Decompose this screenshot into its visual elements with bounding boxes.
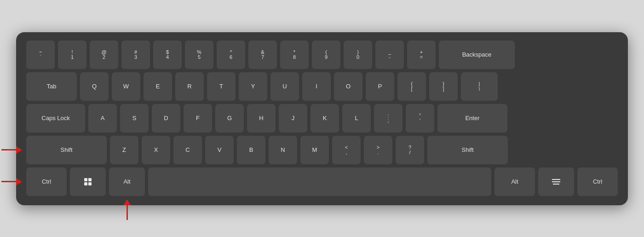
key-right-alt[interactable]: Alt <box>494 168 535 196</box>
key-s[interactable]: S <box>120 104 149 133</box>
key-v[interactable]: V <box>205 136 234 164</box>
key-x[interactable]: X <box>142 136 170 164</box>
ctrl-row: Ctrl Alt Alt Ctrl <box>26 168 618 196</box>
key-backtick[interactable]: ~` <box>26 40 55 69</box>
key-win[interactable] <box>70 168 106 196</box>
key-left-ctrl[interactable]: Ctrl <box>26 168 67 196</box>
key-k[interactable]: K <box>310 104 339 133</box>
key-left-shift[interactable]: Shift <box>26 136 107 164</box>
keyboard: ~` !1 @2 #3 $4 %5 ^6 &7 *8 (9 )0 _- += B… <box>16 32 628 205</box>
key-7[interactable]: &7 <box>248 40 277 69</box>
windows-icon <box>84 178 92 185</box>
key-y[interactable]: Y <box>239 72 267 101</box>
caps-row: Caps Lock A S D F G H J K L :; "' Enter <box>26 104 618 133</box>
key-d[interactable]: D <box>152 104 180 133</box>
key-4[interactable]: $4 <box>153 40 182 69</box>
key-menu[interactable] <box>538 168 574 196</box>
key-e[interactable]: E <box>144 72 172 101</box>
key-quote[interactable]: "' <box>406 104 434 133</box>
key-c[interactable]: C <box>173 136 202 164</box>
key-9[interactable]: (9 <box>312 40 340 69</box>
key-right-ctrl[interactable]: Ctrl <box>577 168 618 196</box>
key-h[interactable]: H <box>247 104 276 133</box>
tab-row: Tab Q W E R T Y U I O P {[ }] |\ <box>26 72 618 101</box>
key-l[interactable]: L <box>342 104 371 133</box>
menu-icon <box>552 179 560 185</box>
key-t[interactable]: T <box>207 72 236 101</box>
number-row: ~` !1 @2 #3 $4 %5 ^6 &7 *8 (9 )0 _- += B… <box>26 40 618 69</box>
key-2[interactable]: @2 <box>90 40 118 69</box>
key-left-alt[interactable]: Alt <box>109 168 145 196</box>
key-g[interactable]: G <box>215 104 244 133</box>
ctrl-arrow <box>1 178 22 185</box>
key-0[interactable]: )0 <box>344 40 372 69</box>
key-b[interactable]: B <box>237 136 265 164</box>
key-slash[interactable]: ?/ <box>396 136 424 164</box>
key-tab[interactable]: Tab <box>26 72 77 101</box>
key-8[interactable]: *8 <box>280 40 309 69</box>
key-n[interactable]: N <box>269 136 297 164</box>
shift-row: Shift Z X C V B N M <, >. ?/ Shift <box>26 136 618 164</box>
key-capslock[interactable]: Caps Lock <box>26 104 85 133</box>
key-q[interactable]: Q <box>80 72 109 101</box>
key-minus[interactable]: _- <box>375 40 404 69</box>
key-z[interactable]: Z <box>110 136 138 164</box>
key-r[interactable]: R <box>175 72 204 101</box>
key-backslash[interactable]: |\ <box>461 72 498 101</box>
key-period[interactable]: >. <box>364 136 392 164</box>
key-space[interactable] <box>148 168 491 196</box>
key-1[interactable]: !1 <box>58 40 86 69</box>
key-o[interactable]: O <box>334 72 362 101</box>
key-6[interactable]: ^6 <box>217 40 245 69</box>
key-enter[interactable]: Enter <box>437 104 507 133</box>
key-right-shift[interactable]: Shift <box>427 136 508 164</box>
key-backspace[interactable]: Backspace <box>439 40 515 69</box>
key-j[interactable]: J <box>279 104 307 133</box>
key-lbracket[interactable]: {[ <box>397 72 426 101</box>
key-u[interactable]: U <box>270 72 299 101</box>
key-rbracket[interactable]: }] <box>429 72 458 101</box>
alt-arrow <box>123 199 131 220</box>
key-comma[interactable]: <, <box>332 136 361 164</box>
key-5[interactable]: %5 <box>185 40 213 69</box>
key-i[interactable]: I <box>302 72 331 101</box>
key-p[interactable]: P <box>366 72 394 101</box>
key-f[interactable]: F <box>184 104 212 133</box>
key-m[interactable]: M <box>300 136 329 164</box>
key-a[interactable]: A <box>88 104 117 133</box>
key-equals[interactable]: += <box>407 40 436 69</box>
shift-arrow <box>1 146 22 154</box>
key-3[interactable]: #3 <box>121 40 150 69</box>
key-w[interactable]: W <box>112 72 140 101</box>
key-semicolon[interactable]: :; <box>374 104 402 133</box>
